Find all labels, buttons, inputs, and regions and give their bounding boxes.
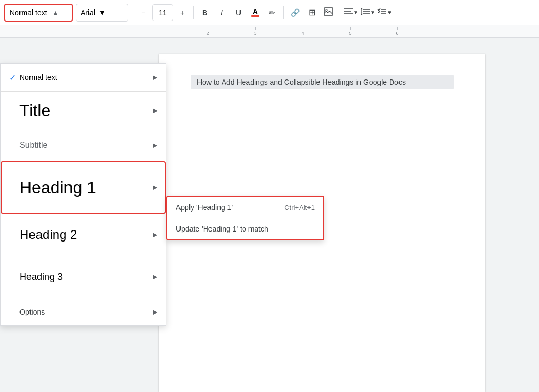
increase-font-button[interactable]: + (174, 5, 190, 21)
comment-button[interactable]: ⊞ (304, 5, 320, 21)
image-icon (324, 7, 333, 18)
align-icon (344, 8, 353, 17)
arrow-right-title: ▶ (153, 107, 157, 114)
style-menu-item-heading1[interactable]: Heading 1 ▶ (1, 161, 166, 214)
chevron-up-icon: ▲ (53, 9, 59, 16)
line-spacing-icon (361, 7, 370, 17)
divider-4 (340, 6, 340, 19)
arrow-right-h1: ▶ (153, 184, 157, 191)
checklist-button[interactable]: ▼ (377, 5, 393, 21)
update-heading1-label: Update 'Heading 1' to match (176, 225, 268, 233)
ruler: 2 3 4 5 6 (0, 25, 539, 38)
decrease-font-button[interactable]: − (135, 5, 151, 21)
check-mark-normal: ✓ (9, 73, 19, 83)
heading3-label: Heading 3 (19, 272, 153, 283)
chevron-down-spacing-icon: ▼ (370, 9, 375, 15)
style-menu-item-normal[interactable]: ✓ Normal text ▶ (1, 64, 166, 91)
title-label: Title (19, 101, 153, 120)
style-menu-item-subtitle[interactable]: Subtitle ▶ (1, 129, 166, 161)
bold-button[interactable]: B (197, 5, 213, 21)
bold-icon: B (202, 8, 207, 17)
style-menu-item-options[interactable]: Options ▶ (1, 298, 166, 325)
font-size-input[interactable] (152, 4, 173, 21)
heading1-label: Heading 1 (19, 178, 153, 197)
arrow-right-normal: ▶ (153, 74, 157, 81)
document-title: How to Add Headings and Collapsible Head… (197, 78, 406, 86)
font-color-button[interactable]: A (247, 5, 263, 21)
comment-icon: ⊞ (308, 7, 315, 17)
divider-2 (193, 6, 194, 19)
plus-icon: + (180, 8, 184, 17)
subtitle-label: Subtitle (19, 140, 153, 150)
style-menu-item-title[interactable]: Title ▶ (1, 92, 166, 129)
align-button[interactable]: ▼ (343, 5, 359, 21)
toolbar: Normal text ▲ Arial ▼ − + B I U A ✏ 🔗 (0, 0, 539, 25)
ruler-mark-5: 5 (326, 27, 374, 36)
style-menu-item-heading3[interactable]: Heading 3 ▶ (1, 256, 166, 298)
checklist-icon (377, 7, 387, 17)
apply-heading1-shortcut: Ctrl+Alt+1 (284, 204, 315, 212)
line-spacing-button[interactable]: ▼ (360, 5, 376, 21)
arrow-right-options: ▶ (153, 308, 157, 316)
highlight-button[interactable]: ✏ (264, 5, 280, 21)
style-dropdown-label: Normal text (9, 8, 47, 17)
italic-button[interactable]: I (214, 5, 229, 21)
style-dropdown[interactable]: Normal text ▲ (4, 4, 73, 22)
arrow-right-h3: ▶ (153, 273, 157, 280)
chevron-down-align-icon: ▼ (353, 9, 358, 15)
svg-point-1 (326, 9, 327, 11)
font-size-group: − + (135, 4, 190, 21)
color-underline (251, 15, 259, 17)
heading2-label: Heading 2 (19, 227, 153, 242)
submenu-apply[interactable]: Apply 'Heading 1' Ctrl+Alt+1 (167, 197, 323, 218)
underline-button[interactable]: U (231, 5, 246, 21)
minus-icon: − (141, 8, 145, 17)
highlight-icon: ✏ (269, 8, 275, 17)
underline-icon: U (236, 8, 241, 17)
ruler-mark-6: 6 (374, 27, 421, 36)
main-area: ✓ Normal text ▶ Title ▶ Subtitle ▶ Headi… (0, 38, 539, 392)
ruler-inner: 2 3 4 5 6 (179, 27, 421, 36)
apply-heading1-label: Apply 'Heading 1' (176, 203, 233, 212)
heading1-submenu: Apply 'Heading 1' Ctrl+Alt+1 Update 'Hea… (166, 196, 324, 240)
divider-3 (283, 6, 284, 19)
style-dropdown-menu: ✓ Normal text ▶ Title ▶ Subtitle ▶ Headi… (0, 63, 166, 326)
ruler-mark-4: 4 (279, 27, 326, 36)
arrow-right-subtitle: ▶ (153, 142, 157, 149)
document-title-bar: How to Add Headings and Collapsible Head… (191, 75, 454, 89)
ruler-mark-3: 3 (232, 27, 279, 36)
normal-text-label: Normal text (19, 73, 153, 82)
link-button[interactable]: 🔗 (287, 5, 303, 21)
chevron-down-checklist-icon: ▼ (387, 9, 392, 15)
image-button[interactable] (321, 5, 336, 21)
font-dropdown[interactable]: Arial ▼ (76, 4, 128, 22)
font-label: Arial (81, 8, 95, 17)
divider-1 (132, 6, 132, 19)
style-menu-item-heading2[interactable]: Heading 2 ▶ (1, 214, 166, 256)
submenu-update[interactable]: Update 'Heading 1' to match (167, 218, 323, 239)
options-label: Options (19, 308, 153, 316)
ruler-mark-2: 2 (184, 27, 232, 36)
link-icon: 🔗 (291, 8, 300, 17)
chevron-down-icon: ▼ (98, 8, 106, 17)
arrow-right-h2: ▶ (153, 231, 157, 238)
font-color-icon: A (253, 8, 258, 15)
italic-icon: I (221, 8, 223, 17)
